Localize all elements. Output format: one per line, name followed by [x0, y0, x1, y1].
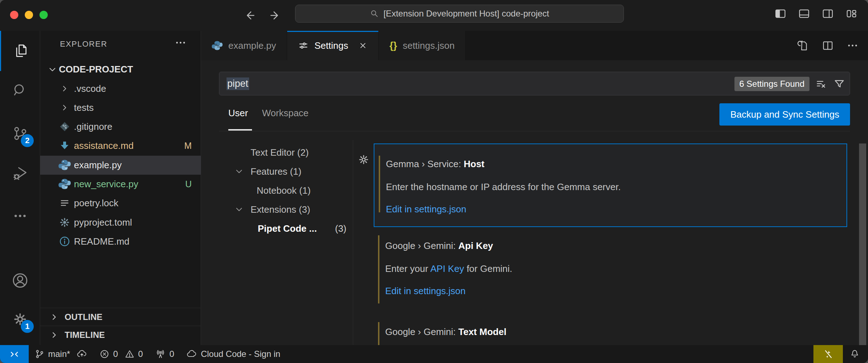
cloud-code-status-item[interactable]: Cloud Code - Sign in: [186, 345, 280, 363]
zoom-window-button[interactable]: [39, 11, 48, 19]
tab-settings[interactable]: Settings: [287, 31, 379, 60]
modified-indicator: [378, 235, 379, 303]
file-label: example.py: [74, 156, 122, 175]
toml-gear-icon: [57, 215, 72, 230]
file-row-pyproject[interactable]: pyproject.toml: [40, 213, 201, 232]
timeline-section[interactable]: TIMELINE: [40, 326, 201, 344]
tab-label: settings.json: [403, 40, 455, 51]
toggle-secondary-sidebar-button[interactable]: [821, 7, 834, 20]
modified-indicator: [379, 156, 380, 212]
chevron-down-icon: [47, 65, 57, 75]
edit-settings-json-link[interactable]: Edit in settings.json: [386, 204, 466, 215]
setting-description: Enter your API Key for Gemini.: [385, 263, 512, 274]
activitybar-search[interactable]: [0, 70, 40, 110]
file-row-gitignore[interactable]: .gitignore: [40, 117, 201, 136]
settings-toc: Text Editor (2) Features (1) Notebook (1…: [201, 140, 353, 345]
backup-sync-settings-button[interactable]: Backup and Sync Settings: [719, 103, 850, 126]
close-window-button[interactable]: [10, 11, 18, 19]
settings-search-input[interactable]: pipet 6 Settings Found: [219, 72, 850, 95]
chevron-down-icon: [234, 204, 244, 214]
command-center-search[interactable]: [Extension Development Host] code-projec…: [295, 5, 624, 23]
edit-settings-json-link[interactable]: Edit in settings.json: [385, 286, 466, 297]
activitybar-source-control[interactable]: 2: [0, 113, 40, 154]
modified-indicator: [378, 322, 379, 345]
scm-badge: 2: [21, 134, 34, 147]
file-row-poetry-lock[interactable]: poetry.lock: [40, 194, 201, 213]
toggle-panel-button[interactable]: [798, 7, 811, 20]
file-label: .vscode: [74, 79, 106, 98]
open-settings-json-button[interactable]: [796, 39, 809, 52]
clear-search-icon[interactable]: [815, 78, 827, 90]
tab-settings-json[interactable]: {} settings.json: [379, 31, 466, 60]
file-label: poetry.lock: [74, 194, 118, 213]
tab-workspace[interactable]: Workspace: [262, 108, 309, 119]
toc-extensions[interactable]: Extensions (3): [201, 200, 353, 219]
file-label: new_service.py: [74, 175, 138, 194]
active-scope-underline: [228, 129, 252, 131]
bell-icon[interactable]: [849, 349, 860, 359]
settings-scope-row: User Workspace Backup and Sync Settings: [219, 99, 850, 131]
chevron-right-icon: [50, 330, 59, 340]
timeline-label: TIMELINE: [65, 330, 105, 340]
more-actions-button[interactable]: [846, 39, 859, 52]
file-row-example[interactable]: example.py: [40, 156, 201, 175]
split-editor-button[interactable]: [821, 39, 834, 52]
file-label: .gitignore: [74, 117, 112, 136]
setting-gear-icon[interactable]: [358, 154, 370, 166]
toc-features[interactable]: Features (1): [201, 162, 353, 181]
explorer-header: EXPLORER: [40, 31, 201, 57]
run-debug-icon: [12, 165, 28, 181]
activitybar-settings[interactable]: 1: [0, 299, 40, 339]
tab-user[interactable]: User: [228, 108, 248, 119]
git-status-badge: M: [184, 136, 192, 155]
remote-indicator[interactable]: [0, 345, 29, 363]
activity-bar: 2 1: [0, 31, 40, 345]
ports-status-item[interactable]: 0: [155, 345, 174, 363]
back-button[interactable]: [243, 6, 257, 24]
explorer-sidebar: EXPLORER CODE-PROJECT .vscode tests .git…: [40, 31, 201, 345]
broadcast-count: 0: [169, 349, 174, 359]
toc-pipet-code[interactable]: Pipet Code ... (3): [201, 219, 353, 238]
alert-slash-status-item[interactable]: [813, 345, 843, 363]
branch-status-item[interactable]: main*: [34, 345, 87, 363]
setting-entry-gemini-api-key[interactable]: Google › Gemini: Api Key Enter your API …: [374, 232, 847, 308]
chevron-right-icon: [57, 100, 72, 115]
toc-notebook[interactable]: Notebook (1): [201, 181, 353, 200]
setting-entry-gemini-text-model[interactable]: Google › Gemini: Text Model: [374, 320, 847, 345]
explorer-title: EXPLORER: [60, 39, 107, 49]
activitybar-more[interactable]: [0, 196, 40, 236]
setting-title: Gemma › Service: Host: [386, 159, 485, 170]
slashed-spark-icon: [823, 349, 834, 359]
activitybar-explorer[interactable]: [0, 31, 40, 71]
api-key-link[interactable]: API Key: [430, 263, 464, 274]
settings-sliders-icon: [298, 40, 309, 51]
file-row-new-service[interactable]: new_service.py U: [40, 175, 201, 194]
search-icon: [12, 82, 28, 99]
customize-layout-button[interactable]: [845, 7, 858, 20]
file-row-assistance[interactable]: assistance.md M: [40, 136, 201, 155]
filter-icon[interactable]: [833, 78, 845, 90]
setting-entry-gemma-host[interactable]: Gemma › Service: Host Enter the hostname…: [374, 143, 847, 227]
python-file-icon: [57, 158, 72, 172]
ellipsis-icon: [13, 208, 28, 223]
minimize-window-button[interactable]: [25, 11, 33, 19]
tree-root-code-project[interactable]: CODE-PROJECT: [40, 60, 201, 79]
outline-section[interactable]: OUTLINE: [40, 308, 201, 326]
setting-description: Enter the hostname or IP address for the…: [386, 182, 621, 193]
forward-button[interactable]: [268, 6, 282, 24]
toggle-sidebar-button[interactable]: [774, 7, 787, 20]
file-row-readme[interactable]: README.md: [40, 232, 201, 251]
activitybar-run-debug[interactable]: [0, 153, 40, 193]
account-icon: [11, 272, 29, 289]
activitybar-account[interactable]: [0, 260, 40, 301]
file-row-tests[interactable]: tests: [40, 98, 201, 117]
close-icon[interactable]: [358, 41, 368, 50]
toc-text-editor[interactable]: Text Editor (2): [201, 143, 353, 162]
scrollbar-thumb[interactable]: [859, 143, 866, 345]
explorer-more-actions-button[interactable]: [174, 37, 187, 49]
publish-cloud-icon[interactable]: [76, 349, 87, 359]
file-row-vscode[interactable]: .vscode: [40, 79, 201, 98]
tab-example-py[interactable]: example.py: [201, 31, 287, 60]
branch-label: main*: [48, 349, 70, 359]
problems-status-item[interactable]: 0 0: [99, 345, 143, 363]
